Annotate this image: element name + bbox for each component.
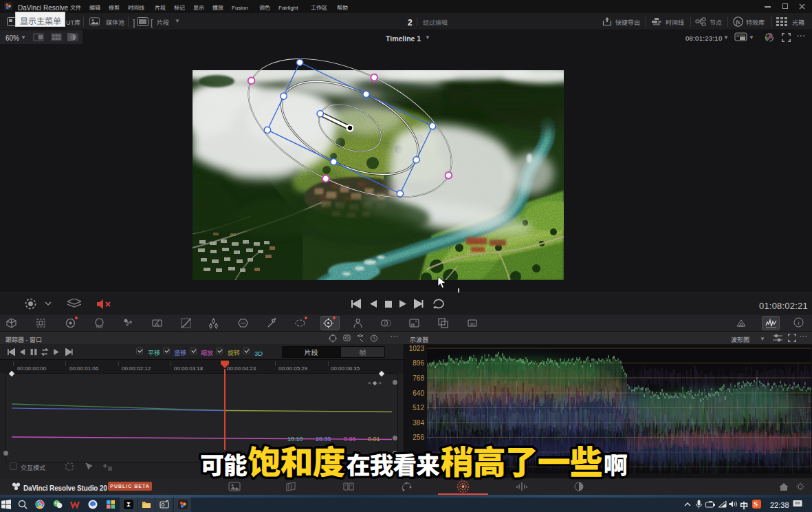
svg-text:3D: 3D [470,322,475,326]
svg-text:HDR: HDR [96,326,103,329]
svg-text:896: 896 [413,359,424,367]
svg-text:384: 384 [413,419,424,427]
svg-text:可能饱和度在我看来稍高了一些啊: 可能饱和度在我看来稍高了一些啊 [200,439,628,482]
svg-text:i: i [798,319,800,326]
svg-text:640: 640 [413,390,424,397]
svg-text:768: 768 [413,374,424,382]
svg-text:1023: 1023 [409,345,425,352]
svg-text:fx: fx [736,19,740,25]
svg-text:512: 512 [413,404,424,412]
